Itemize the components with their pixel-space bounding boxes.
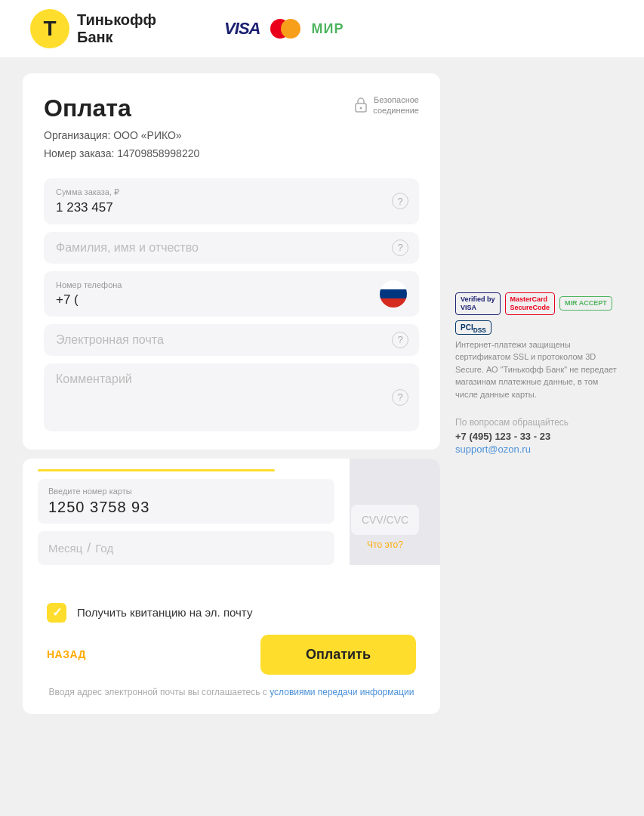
contact-email[interactable]: support@ozon.ru	[455, 444, 621, 455]
pay-button[interactable]: Оплатить	[260, 635, 416, 675]
mastercard-logo	[270, 19, 300, 39]
phone-content: Номер телефона +7 (	[56, 280, 122, 308]
cvv-label: CVV/CVC	[359, 514, 411, 526]
mir-accept-badge: MIR ACCEPT	[559, 296, 612, 311]
amount-value: 1 233 457	[56, 200, 113, 215]
receipt-label: Получить квитанцию на эл. почту	[77, 606, 252, 619]
email-field[interactable]: Электронная почта ?	[44, 324, 419, 356]
expiry-field[interactable]: Месяц / Год	[38, 531, 334, 565]
receipt-row: ✓ Получить квитанцию на эл. почту	[44, 603, 419, 623]
email-placeholder: Электронная почта	[56, 333, 164, 346]
receipt-checkbox[interactable]: ✓	[47, 603, 66, 623]
receipt-pay-area: ✓ Получить квитанцию на эл. почту НАЗАД …	[23, 565, 440, 702]
name-placeholder: Фамилия, имя и отчество	[56, 241, 199, 254]
org-info: Организация: ООО «РИКО» Номер заказа: 14…	[44, 127, 199, 163]
bank-logo: Т Тинькофф Банк	[30, 9, 156, 48]
left-panel: Оплата Организация: ООО «РИКО» Номер зак…	[23, 73, 440, 723]
cvv-hint[interactable]: Что это?	[351, 539, 419, 550]
mir-logo: МИР	[311, 21, 344, 37]
action-row: НАЗАД Оплатить	[44, 635, 419, 675]
secure-badge: Безопасноесоединение	[353, 94, 419, 116]
header: Т Тинькофф Банк VISA МИР	[0, 0, 644, 58]
contact-label: По вопросам обращайтесь	[455, 417, 621, 428]
svg-point-3	[360, 107, 362, 110]
form-fields: Сумма заказа, ₽ 1 233 457 ? Фамилия, имя…	[44, 178, 419, 431]
phone-value: +7 (	[56, 292, 122, 308]
year-placeholder: Год	[95, 542, 113, 555]
contact-section: По вопросам обращайтесь +7 (495) 123 - 3…	[455, 417, 621, 455]
page-title: Оплата	[44, 94, 199, 122]
phone-label: Номер телефона	[56, 280, 122, 289]
name-field[interactable]: Фамилия, имя и отчество ?	[44, 232, 419, 264]
payment-brands: VISA МИР	[224, 19, 344, 39]
verified-visa-badge: Verified byVISA	[455, 292, 501, 315]
card-number-value: 1250 3758 93	[48, 499, 149, 515]
security-description: Интернет-платежи защищены сертификатом S…	[455, 338, 621, 401]
back-button[interactable]: НАЗАД	[47, 648, 86, 660]
expiry-cvv-row: Месяц / Год	[38, 531, 334, 565]
security-logos: Verified byVISA MasterCardSecureCode MIR…	[455, 292, 621, 400]
terms-text: Вводя адрес электронной почты вы соглаша…	[44, 685, 419, 702]
tinkoff-logo-icon: Т	[30, 9, 69, 48]
card-number-label: Введите номер карты	[48, 487, 324, 496]
month-placeholder: Месяц	[48, 542, 82, 555]
pci-dss-badge: PCIDSS	[455, 320, 621, 334]
visa-logo: VISA	[224, 19, 260, 39]
phone-field[interactable]: Номер телефона +7 (	[44, 271, 419, 317]
bank-name: Тинькофф Банк	[77, 11, 156, 46]
card-number-group[interactable]: Введите номер карты 1250 3758 93	[38, 479, 334, 524]
email-help-icon[interactable]: ?	[392, 332, 408, 348]
contact-phone: +7 (495) 123 - 33 - 23	[455, 431, 621, 442]
main-content: Оплата Организация: ООО «РИКО» Номер зак…	[0, 58, 644, 738]
comment-field[interactable]: Комментарий ?	[44, 363, 419, 431]
amount-help-icon[interactable]: ?	[392, 193, 408, 209]
comment-placeholder: Комментарий	[56, 372, 132, 385]
amount-field[interactable]: Сумма заказа, ₽ 1 233 457 ?	[44, 178, 419, 224]
cvv-field[interactable]: CVV/CVC	[351, 505, 419, 535]
mastercard-secure-badge: MasterCardSecureCode	[505, 292, 556, 315]
secure-text: Безопасноесоединение	[373, 94, 419, 116]
amount-label: Сумма заказа, ₽	[56, 187, 407, 197]
lock-icon	[353, 97, 368, 113]
cvv-container: CVV/CVC Что это?	[351, 505, 419, 550]
comment-help-icon[interactable]: ?	[392, 389, 408, 406]
russia-flag-icon[interactable]	[380, 280, 407, 308]
card-section: Введите номер карты 1250 3758 93 Месяц /…	[23, 459, 440, 714]
form-card: Оплата Организация: ООО «РИКО» Номер зак…	[23, 73, 440, 450]
right-panel: Verified byVISA MasterCardSecureCode MIR…	[455, 73, 621, 723]
name-help-icon[interactable]: ?	[392, 240, 408, 256]
card-tab-active[interactable]: Введите номер карты 1250 3758 93 Месяц /…	[23, 459, 350, 565]
checkmark-icon: ✓	[52, 605, 62, 620]
terms-link[interactable]: условиями передачи информации	[270, 687, 414, 697]
security-badges: Verified byVISA MasterCardSecureCode MIR…	[455, 292, 621, 315]
svg-text:Т: Т	[43, 17, 56, 40]
